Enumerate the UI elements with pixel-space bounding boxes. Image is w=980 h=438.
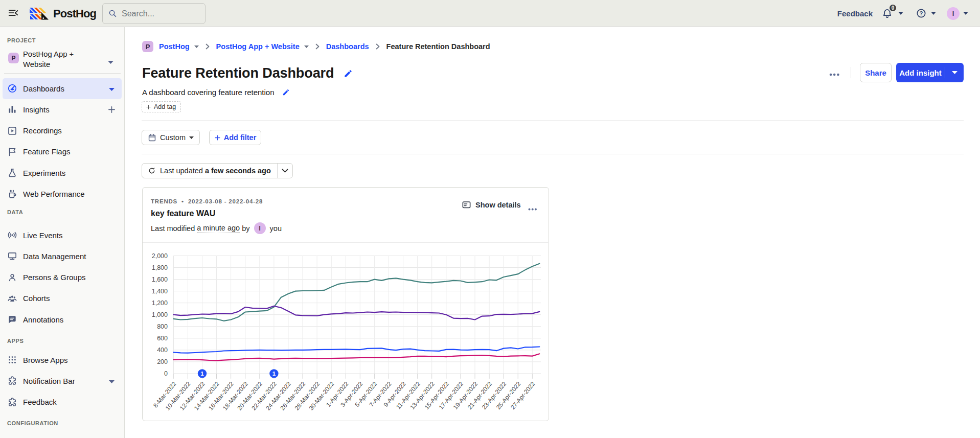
svg-text:1: 1 (200, 371, 204, 377)
svg-text:0: 0 (164, 370, 168, 377)
svg-text:400: 400 (157, 347, 168, 354)
svg-text:1: 1 (272, 371, 276, 377)
svg-text:1,800: 1,800 (152, 264, 168, 271)
svg-text:1,600: 1,600 (152, 276, 168, 283)
svg-text:200: 200 (157, 358, 168, 365)
svg-text:2,000: 2,000 (152, 252, 168, 260)
svg-text:600: 600 (157, 335, 168, 342)
svg-text:1,200: 1,200 (152, 299, 168, 307)
svg-text:1,400: 1,400 (152, 288, 168, 295)
svg-text:?: ? (920, 10, 923, 16)
svg-text:800: 800 (157, 323, 168, 330)
svg-text:1,000: 1,000 (152, 311, 168, 318)
